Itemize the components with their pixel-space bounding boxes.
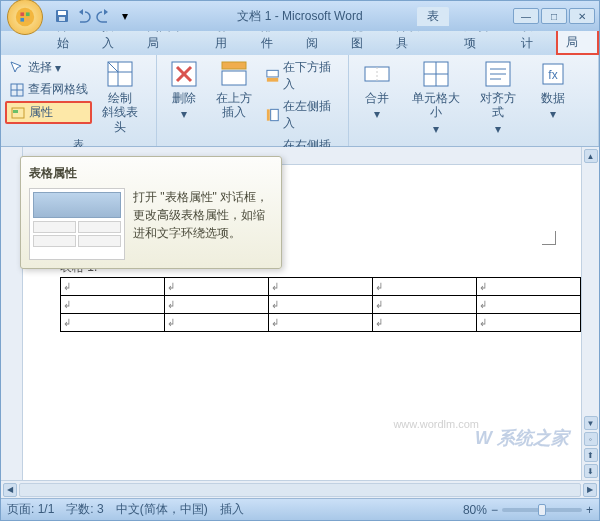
maximize-button[interactable]: □ <box>541 8 567 24</box>
prev-page-icon[interactable]: ⬆ <box>584 448 598 462</box>
svg-rect-21 <box>222 62 246 69</box>
watermark: W 系统之家 <box>475 426 569 450</box>
context-tab-label: 表 <box>417 7 449 26</box>
statusbar: 页面: 1/1 字数: 3 中文(简体，中国) 插入 80% − + <box>1 498 599 520</box>
tooltip: 表格属性 打开 "表格属性" 对话框，更改高级表格属性，如缩进和文字环绕选项。 <box>20 156 282 269</box>
status-language[interactable]: 中文(简体，中国) <box>116 501 208 518</box>
svg-rect-22 <box>267 70 278 77</box>
ribbon: 选择 ▾ 查看网格线 属性 绘制 斜线表头 表 删除 ▾ 在上方 <box>1 55 599 147</box>
status-mode[interactable]: 插入 <box>220 501 244 518</box>
document-table[interactable]: ↲↲↲↲↲ ↲↲↲↲↲ ↲↲↲↲↲ <box>60 277 581 332</box>
office-button[interactable] <box>7 0 43 35</box>
object-browse-icon[interactable]: ◦ <box>584 432 598 446</box>
scroll-left-icon[interactable]: ◀ <box>3 483 17 497</box>
svg-rect-24 <box>271 109 279 120</box>
select-button[interactable]: 选择 ▾ <box>5 57 92 78</box>
undo-icon[interactable] <box>74 7 92 25</box>
ribbon-tabs: 开始 插入 页面布局 引用 邮件 审阅 视图 开发工具 加载项 设计 布局 <box>1 31 599 55</box>
scrollbar-vertical[interactable]: ▲ ▼ ◦ ⬆ ⬇ <box>581 147 599 480</box>
svg-rect-20 <box>222 71 246 85</box>
insert-below-label: 在下方插入 <box>283 59 340 93</box>
select-label: 选择 <box>28 59 52 76</box>
status-words[interactable]: 字数: 3 <box>66 501 103 518</box>
svg-point-0 <box>16 8 34 26</box>
insert-below-button[interactable]: 在下方插入 <box>261 57 344 95</box>
scroll-down-icon[interactable]: ▼ <box>584 416 598 430</box>
view-gridlines-button[interactable]: 查看网格线 <box>5 79 92 100</box>
draw-diagonal-button[interactable]: 绘制 斜线表头 <box>96 57 144 136</box>
svg-text:fx: fx <box>548 68 557 82</box>
delete-label: 删除 <box>172 91 196 105</box>
delete-button[interactable]: 删除 ▾ <box>161 57 207 124</box>
tooltip-title: 表格属性 <box>29 165 273 182</box>
titlebar: ▾ 文档 1 - Microsoft Word 表 ― □ ✕ <box>1 1 599 31</box>
redo-icon[interactable] <box>95 7 113 25</box>
scrollbar-horizontal[interactable]: ◀ ▶ <box>1 480 599 498</box>
svg-rect-4 <box>26 18 30 22</box>
insert-left-button[interactable]: 在左侧插入 <box>261 96 344 134</box>
scroll-up-icon[interactable]: ▲ <box>584 149 598 163</box>
save-icon[interactable] <box>53 7 71 25</box>
merge-button[interactable]: 合并 ▾ <box>353 57 401 124</box>
gridlines-label: 查看网格线 <box>28 81 88 98</box>
svg-rect-3 <box>20 18 24 22</box>
watermark-url: www.wordlm.com <box>393 418 479 430</box>
next-page-icon[interactable]: ⬇ <box>584 464 598 478</box>
cell-size-label: 单元格大小 <box>409 91 463 120</box>
svg-rect-6 <box>58 11 66 15</box>
status-page[interactable]: 页面: 1/1 <box>7 501 54 518</box>
properties-button[interactable]: 属性 <box>5 101 92 124</box>
table-row: ↲↲↲↲↲ <box>61 314 581 332</box>
draw-diagonal-label: 绘制 斜线表头 <box>100 91 140 134</box>
svg-rect-23 <box>267 78 278 82</box>
alignment-button[interactable]: 对齐方式 ▾ <box>471 57 525 138</box>
zoom-in-icon[interactable]: + <box>586 503 593 517</box>
data-label: 数据 <box>541 91 565 105</box>
svg-rect-7 <box>59 17 65 21</box>
insert-above-button[interactable]: 在上方 插入 <box>211 57 257 122</box>
group-empty-label <box>353 142 594 144</box>
zoom-out-icon[interactable]: − <box>491 503 498 517</box>
window-title: 文档 1 - Microsoft Word <box>237 8 362 25</box>
properties-label: 属性 <box>29 104 53 121</box>
tooltip-text: 打开 "表格属性" 对话框，更改高级表格属性，如缩进和文字环绕选项。 <box>133 188 273 260</box>
svg-rect-2 <box>26 12 30 16</box>
zoom-value: 80% <box>463 503 487 517</box>
zoom-control[interactable]: 80% − + <box>463 503 593 517</box>
zoom-slider[interactable] <box>502 508 582 512</box>
tooltip-preview-icon <box>29 188 125 260</box>
quick-access-toolbar: ▾ <box>53 7 134 25</box>
close-button[interactable]: ✕ <box>569 8 595 24</box>
svg-rect-25 <box>267 109 270 120</box>
minimize-button[interactable]: ― <box>513 8 539 24</box>
table-row: ↲↲↲↲↲ <box>61 278 581 296</box>
svg-rect-1 <box>20 12 24 16</box>
table-row: ↲↲↲↲↲ <box>61 296 581 314</box>
scroll-right-icon[interactable]: ▶ <box>583 483 597 497</box>
cell-size-button[interactable]: 单元格大小 ▾ <box>405 57 467 138</box>
data-button[interactable]: fx数据 ▾ <box>529 57 577 124</box>
insert-left-label: 在左侧插入 <box>283 98 340 132</box>
qat-more-icon[interactable]: ▾ <box>116 7 134 25</box>
page-corner-icon <box>542 231 556 245</box>
merge-label: 合并 <box>365 91 389 105</box>
alignment-label: 对齐方式 <box>475 91 521 120</box>
insert-above-label: 在上方 插入 <box>216 91 252 120</box>
svg-rect-12 <box>13 110 18 113</box>
svg-rect-28 <box>365 67 389 81</box>
